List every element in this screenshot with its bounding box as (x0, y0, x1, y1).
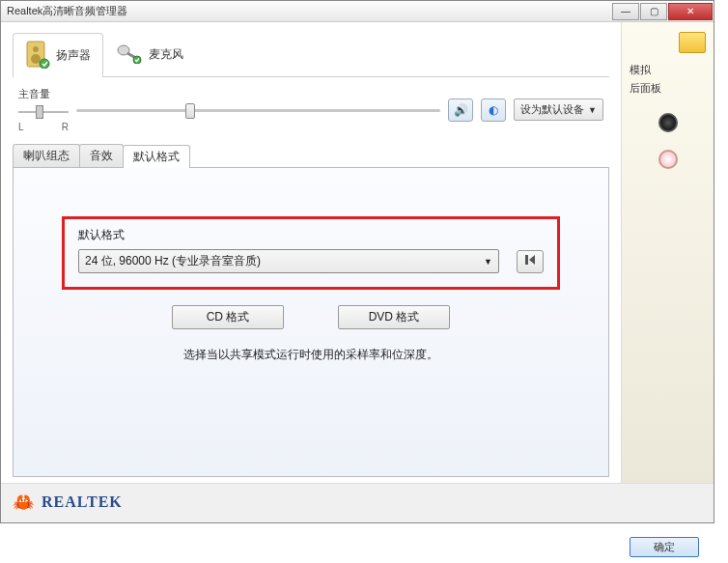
sound-icon: 🔊 (454, 103, 468, 117)
volume-slider[interactable] (76, 100, 440, 120)
speaker-icon (25, 40, 50, 71)
default-format-label: 默认格式 (78, 227, 544, 243)
jack-mic-in[interactable] (658, 150, 678, 169)
format-hint-text: 选择当以共享模式运行时使用的采样率和位深度。 (52, 347, 570, 363)
tab-microphone[interactable]: 麦克风 (103, 32, 196, 76)
balance-control[interactable]: L R (18, 103, 69, 132)
tab-speaker[interactable]: 扬声器 (13, 33, 103, 77)
folder-icon[interactable] (679, 32, 706, 53)
titlebar: Realtek高清晰音频管理器 — ▢ ✕ (1, 1, 714, 22)
jack-line-out[interactable] (658, 113, 678, 132)
test-play-button[interactable] (517, 250, 544, 273)
balance-left-label: L (18, 122, 24, 132)
svg-point-1 (33, 46, 39, 52)
device-tabs: 扬声器 麦克风 (13, 32, 609, 77)
analog-label: 模拟 (630, 63, 706, 77)
ok-button[interactable]: 确定 (630, 537, 699, 557)
tab-microphone-label: 麦克风 (149, 46, 183, 63)
highlight-box: 默认格式 24 位, 96000 Hz (专业录音室音质) ▼ (62, 216, 560, 290)
minimize-button[interactable]: — (612, 3, 639, 20)
play-icon (523, 253, 537, 270)
realtek-brand: REALTEK (42, 493, 123, 511)
side-panel: 模拟 后面板 (621, 22, 714, 483)
chevron-down-icon: ▼ (588, 105, 597, 115)
rear-panel-label: 后面板 (630, 81, 706, 96)
default-format-panel: 默认格式 24 位, 96000 Hz (专业录音室音质) ▼ (13, 168, 609, 477)
sub-tabs: 喇叭组态 音效 默认格式 (13, 144, 609, 168)
footer: 🦀 REALTEK (1, 483, 714, 522)
microphone-icon (116, 42, 143, 67)
svg-point-2 (31, 54, 41, 64)
app-window: Realtek高清晰音频管理器 — ▢ ✕ 扬声器 麦克风 (0, 0, 714, 523)
window-title: Realtek高清晰音频管理器 (7, 4, 127, 18)
surround-icon: ◐ (489, 103, 498, 117)
set-default-device-button[interactable]: 设为默认设备 ▼ (514, 99, 603, 121)
tab-speaker-label: 扬声器 (56, 47, 91, 64)
subtab-speaker-config[interactable]: 喇叭组态 (13, 144, 80, 167)
mute-button[interactable]: 🔊 (448, 99, 473, 122)
subtab-sound-effect[interactable]: 音效 (79, 144, 124, 167)
realtek-crab-icon: 🦀 (13, 492, 34, 513)
virtual-surround-button[interactable]: ◐ (481, 99, 506, 122)
format-dropdown[interactable]: 24 位, 96000 Hz (专业录音室音质) ▼ (78, 249, 499, 273)
format-selected-value: 24 位, 96000 Hz (专业录音室音质) (85, 253, 261, 269)
set-default-label: 设为默认设备 (520, 102, 584, 117)
volume-row: 主音量 L R 🔊 (18, 87, 603, 132)
dvd-format-button[interactable]: DVD 格式 (338, 305, 450, 329)
cd-format-button[interactable]: CD 格式 (172, 305, 284, 329)
subtab-default-format[interactable]: 默认格式 (123, 145, 190, 168)
dropdown-arrow-icon: ▼ (484, 257, 492, 267)
balance-right-label: R (62, 122, 69, 132)
close-button[interactable]: ✕ (668, 3, 713, 20)
main-volume-label: 主音量 (18, 87, 57, 101)
maximize-button[interactable]: ▢ (640, 3, 667, 20)
svg-point-3 (40, 59, 49, 69)
